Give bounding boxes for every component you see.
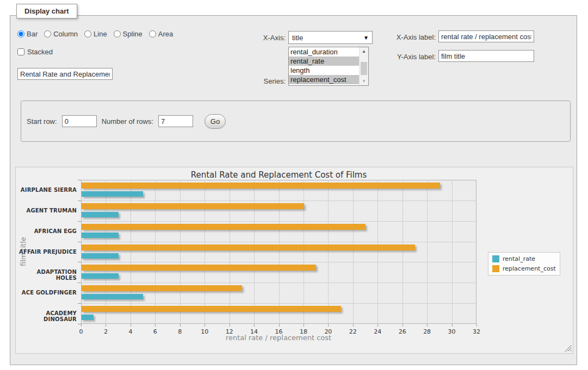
go-button[interactable]: Go <box>205 114 226 129</box>
gridline-horizontal <box>81 303 476 304</box>
x-tick-label: 20 <box>320 328 336 335</box>
gridline-vertical <box>353 180 354 324</box>
gridline-horizontal <box>81 200 476 201</box>
bar-replacement_cost <box>82 203 304 209</box>
x-tick-label: 32 <box>468 328 485 335</box>
bar-rental_rate <box>82 212 119 217</box>
y-tick-mark <box>78 242 81 242</box>
bar-rental_rate <box>82 253 119 259</box>
stacked-label: Stacked <box>27 48 53 56</box>
gridline-vertical <box>427 180 428 324</box>
num-rows-input[interactable] <box>158 115 193 127</box>
x-tick-label: 14 <box>246 328 262 335</box>
series-option-rental-duration[interactable]: rental_duration <box>289 47 360 57</box>
y-axis-label-input[interactable] <box>438 50 534 62</box>
series-option-rental-rate[interactable]: rental_rate <box>289 57 360 66</box>
bar-rental_rate <box>82 315 94 320</box>
chart-container: Rental Rate and Replacement Cost of Film… <box>15 167 573 354</box>
legend-swatch-rental_rate <box>492 255 499 262</box>
chart-type-radio-column[interactable]: Column <box>44 30 78 38</box>
radio-area-label: Area <box>158 30 173 38</box>
x-axis-label-input[interactable] <box>438 30 534 42</box>
scrollbar-thumb[interactable] <box>361 62 367 75</box>
radio-area[interactable] <box>149 30 156 37</box>
radio-column[interactable] <box>44 30 51 37</box>
gridline-vertical <box>328 180 329 324</box>
panel-title: Display chart <box>16 4 77 18</box>
gridline-vertical <box>230 180 230 324</box>
category-label: AIRPLANE SIERRA <box>16 187 77 193</box>
gridline-vertical <box>106 180 106 324</box>
x-tick-mark <box>180 324 181 327</box>
resize-grip-icon[interactable] <box>565 345 572 352</box>
x-tick-mark <box>328 324 329 327</box>
stacked-checkbox[interactable] <box>17 48 24 55</box>
x-tick-mark <box>377 324 378 327</box>
bar-replacement_cost <box>82 183 440 189</box>
chart-type-radio-bar[interactable]: Bar <box>17 30 38 38</box>
x-tick-mark <box>353 324 354 327</box>
bar-rental_rate <box>82 191 143 197</box>
x-tick-label: 22 <box>345 328 361 335</box>
x-tick-mark <box>131 324 131 327</box>
series-listbox[interactable]: rental_duration rental_rate length repla… <box>288 47 369 86</box>
gridline-vertical <box>279 180 280 324</box>
y-tick-mark <box>78 221 81 222</box>
x-tick-mark <box>230 324 230 327</box>
gridline-horizontal <box>81 283 476 283</box>
chart-type-radio-spline[interactable]: Spline <box>114 30 143 38</box>
x-tick-label: 24 <box>369 328 386 335</box>
bar-replacement_cost <box>82 306 341 312</box>
chevron-down-icon: ▼ <box>363 35 369 41</box>
chart-title: Rental Rate and Replacement Cost of Film… <box>81 170 476 180</box>
chart-title-input[interactable] <box>17 68 113 80</box>
x-tick-mark <box>205 324 205 327</box>
y-tick-mark <box>78 262 81 262</box>
x-tick-label: 10 <box>196 328 213 335</box>
listbox-scrollbar[interactable]: ▲ ▼ <box>359 47 368 85</box>
x-tick-label: 16 <box>271 328 287 335</box>
x-axis-select-label: X-Axis: <box>231 34 286 42</box>
x-tick-label: 0 <box>73 328 89 335</box>
x-tick-mark <box>427 324 428 327</box>
category-label: AGENT TRUMAN <box>16 208 77 214</box>
x-axis-select[interactable]: title ▼ <box>288 31 373 44</box>
radio-spline-label: Spline <box>123 30 143 38</box>
chart-type-radio-area[interactable]: Area <box>149 30 173 38</box>
y-tick-mark <box>78 180 81 180</box>
radio-spline[interactable] <box>114 30 121 37</box>
series-option-length[interactable]: length <box>289 66 360 75</box>
start-row-label: Start row: <box>27 117 57 126</box>
bar-replacement_cost <box>82 224 366 230</box>
x-tick-mark <box>304 324 304 327</box>
legend-item-rental_rate: rental_rate <box>492 255 556 262</box>
x-tick-mark <box>403 324 403 327</box>
radio-line[interactable] <box>84 30 91 37</box>
legend-item-replacement_cost: replacement_cost <box>492 265 556 272</box>
x-tick-mark <box>155 324 156 327</box>
bar-rental_rate <box>82 294 143 299</box>
page: Display chart Bar Column Line Spline Are… <box>0 0 588 370</box>
series-option-replacement-cost[interactable]: replacement_cost <box>289 75 360 84</box>
chart-legend: rental_ratereplacement_cost <box>488 252 560 275</box>
scroll-down-icon[interactable]: ▼ <box>360 77 368 85</box>
x-axis-label-label: X-Axis label: <box>381 33 436 41</box>
y-tick-mark <box>78 283 81 283</box>
legend-swatch-replacement_cost <box>492 265 499 272</box>
x-tick-mark <box>279 324 280 327</box>
x-tick-label: 6 <box>147 328 163 335</box>
legend-label: rental_rate <box>503 255 535 262</box>
scroll-up-icon[interactable]: ▲ <box>360 47 368 55</box>
x-tick-mark <box>106 324 106 327</box>
stacked-checkbox-row[interactable]: Stacked <box>17 48 53 56</box>
radio-bar[interactable] <box>17 30 24 37</box>
gridline-horizontal <box>81 262 476 262</box>
start-row-input[interactable] <box>62 115 97 127</box>
bar-rental_rate <box>82 233 119 238</box>
radio-bar-label: Bar <box>27 30 38 38</box>
chart-type-radio-line[interactable]: Line <box>84 30 107 38</box>
bar-replacement_cost <box>82 285 242 291</box>
x-tick-label: 18 <box>295 328 312 335</box>
x-tick-label: 8 <box>172 328 188 335</box>
gridline-vertical <box>155 180 156 324</box>
